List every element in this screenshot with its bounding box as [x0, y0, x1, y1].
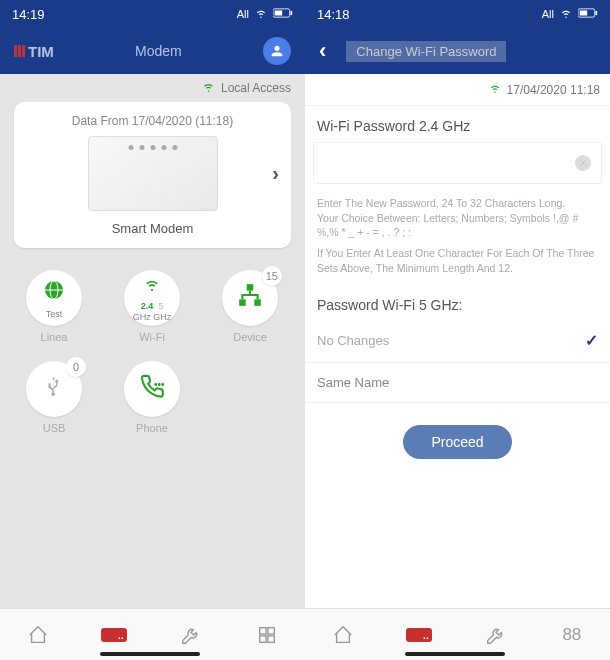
network-icon [237, 282, 263, 314]
grid-icon [256, 624, 278, 646]
header-title: Modem [54, 43, 263, 59]
status-time: 14:19 [12, 7, 237, 22]
same-name-option[interactable]: Same Name [305, 363, 610, 403]
tile-linea-sub: Test [46, 309, 63, 319]
clear-icon[interactable]: × [575, 155, 591, 171]
usb-icon [43, 373, 65, 405]
hint-line-1: Enter The New Password, 24 To 32 Charact… [317, 196, 598, 211]
local-access-bar: Local Access [0, 74, 305, 102]
svg-rect-1 [291, 10, 293, 14]
brand-text: TIM [28, 43, 54, 60]
device-badge: 15 [262, 266, 282, 286]
network-label: All [542, 8, 554, 20]
refresh-time: 17/04/2020 11:18 [507, 83, 600, 97]
svg-rect-11 [580, 10, 588, 15]
svg-rect-10 [596, 10, 598, 14]
app-header-left: TIM Modem [0, 28, 305, 74]
back-button[interactable]: ‹ [319, 38, 326, 64]
wifi-ghz-label: GHz GHz [133, 312, 172, 322]
status-icons: All [237, 6, 293, 23]
wrench-icon [180, 624, 202, 646]
proceed-button[interactable]: Proceed [403, 425, 511, 459]
same-name-text: Same Name [317, 375, 389, 390]
status-time: 14:18 [317, 7, 542, 22]
status-icons: All [542, 6, 598, 23]
svg-rect-8 [254, 299, 261, 306]
user-icon [269, 43, 285, 59]
status-bar-left: 14:19 All [0, 0, 305, 28]
wifi-password-24-input[interactable]: × [313, 142, 602, 184]
wifi-icon [201, 79, 216, 97]
wifi-24-label: 2.4 [141, 301, 154, 311]
usb-badge: 0 [66, 357, 86, 377]
tile-phone-label: Phone [136, 422, 168, 434]
tile-phone[interactable]: ••• Phone [118, 361, 186, 434]
password-hint: Enter The New Password, 24 To 32 Charact… [305, 186, 610, 285]
tile-wifi-label: Wi-Fi [139, 331, 165, 343]
screen-modem-home: 14:19 All TIM Modem [0, 0, 305, 608]
wifi-5-label: 5 [158, 301, 163, 311]
modem-name: Smart Modem [26, 221, 279, 236]
nav-number[interactable]: 88 [534, 609, 610, 660]
brand-logo: TIM [14, 43, 54, 60]
svg-rect-6 [247, 284, 254, 291]
globe-icon [42, 278, 66, 308]
tile-usb-label: USB [43, 422, 66, 434]
status-bar-right: 14:18 All [305, 0, 610, 28]
hint-line-3: If You Enter At Least One Character For … [317, 246, 598, 275]
svg-rect-15 [268, 635, 274, 641]
no-changes-text: No Changes [317, 333, 389, 348]
nav-home[interactable] [305, 609, 381, 660]
network-label: All [237, 8, 249, 20]
tile-linea[interactable]: Test Linea [20, 270, 88, 343]
tile-usb[interactable]: 0 USB [20, 361, 88, 434]
svg-rect-14 [260, 635, 266, 641]
phone-icon: ••• [139, 373, 165, 405]
svg-rect-13 [268, 627, 274, 633]
checkmark-icon: ✓ [585, 331, 598, 350]
wifi-icon [488, 81, 502, 98]
modem-card[interactable]: Data From 17/04/2020 (11:18) › Smart Mod… [14, 102, 291, 248]
svg-rect-12 [260, 627, 266, 633]
hint-line-2: Your Choice Between: Letters; Numbers; S… [317, 211, 598, 240]
router-icon [101, 628, 127, 642]
home-icon [27, 624, 49, 646]
screen-change-wifi-password: 14:18 All ‹ Change Wi-Fi Password [305, 0, 610, 608]
wifi-icon [139, 274, 165, 300]
data-from-text: Data From 17/04/2020 (11:18) [26, 114, 279, 128]
refresh-timestamp-bar: 17/04/2020 11:18 [305, 74, 610, 106]
pwd-5-label: Password Wi-Fi 5 GHz: [305, 285, 610, 319]
wrench-icon [485, 624, 507, 646]
tile-device[interactable]: 15 Device [216, 270, 284, 343]
tile-wifi[interactable]: 2.4 5 GHz GHz Wi-Fi [118, 270, 186, 343]
tile-linea-label: Linea [41, 331, 68, 343]
wifi-icon [559, 6, 573, 23]
page-title: Change Wi-Fi Password [346, 41, 506, 62]
nav-apps[interactable] [229, 609, 305, 660]
battery-icon [578, 7, 598, 22]
local-access-text: Local Access [221, 81, 291, 95]
svg-rect-7 [239, 299, 246, 306]
router-icon [406, 628, 432, 642]
home-icon [332, 624, 354, 646]
wifi-icon [254, 6, 268, 23]
pwd-24-label: Wi-Fi Password 2.4 GHz [305, 106, 610, 140]
nav-home[interactable] [0, 609, 76, 660]
chevron-right-icon: › [272, 162, 279, 185]
battery-icon [273, 7, 293, 22]
no-changes-option[interactable]: No Changes ✓ [305, 319, 610, 363]
tile-device-label: Device [233, 331, 267, 343]
svg-rect-2 [275, 10, 283, 15]
modem-image [88, 136, 218, 211]
profile-button[interactable] [263, 37, 291, 65]
app-header-right: ‹ Change Wi-Fi Password [305, 28, 610, 74]
bottom-navigation: 88 [0, 608, 610, 660]
